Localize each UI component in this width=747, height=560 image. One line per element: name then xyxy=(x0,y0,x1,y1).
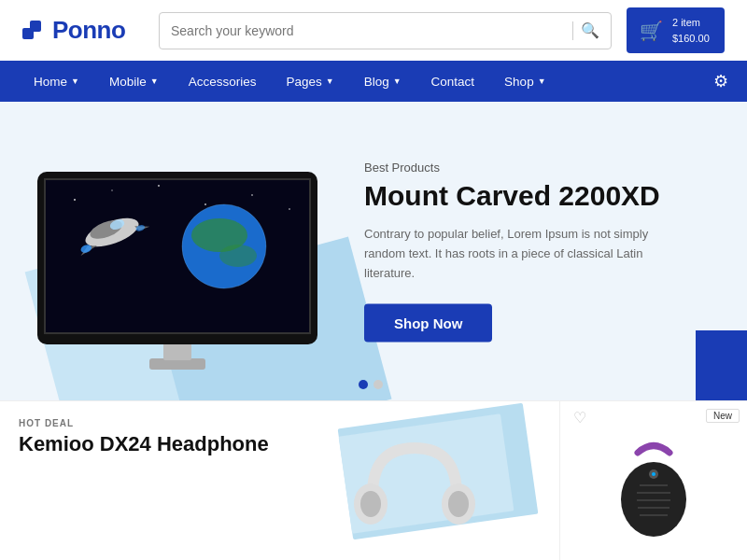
svg-point-17 xyxy=(219,245,257,267)
search-icon[interactable]: 🔍 xyxy=(581,21,599,39)
nav-item-contact[interactable]: Contact xyxy=(416,61,490,102)
chevron-down-icon: ▼ xyxy=(150,77,159,86)
product-hot-deal-label: HOT DEAL xyxy=(19,418,541,428)
hero-subtitle: Best Products xyxy=(364,161,691,175)
products-row: HOT DEAL Kemioo DX24 Headphone New ♡ xyxy=(0,400,747,560)
headphone-image xyxy=(345,429,485,560)
nav-item-blog[interactable]: Blog ▼ xyxy=(349,61,416,102)
nav-item-pages[interactable]: Pages ▼ xyxy=(271,61,348,102)
product-card-right[interactable]: New ♡ xyxy=(560,401,747,560)
svg-point-8 xyxy=(111,189,113,191)
product-heart-icon[interactable]: ♡ xyxy=(573,409,586,427)
nav: Home ▼ Mobile ▼ Accessories Pages ▼ Blog… xyxy=(0,61,747,102)
cart-total: $160.00 xyxy=(672,31,710,47)
svg-point-7 xyxy=(74,199,76,201)
logo-text: Ponno xyxy=(52,16,125,45)
svg-point-9 xyxy=(204,203,206,205)
logo-icon xyxy=(22,21,49,41)
hero-content: Best Products Mount Carved 2200XD Contra… xyxy=(364,161,691,343)
svg-point-28 xyxy=(360,491,381,517)
svg-point-38 xyxy=(652,472,655,476)
hero-product-image xyxy=(19,153,336,396)
svg-point-13 xyxy=(158,185,160,187)
chevron-down-icon: ▼ xyxy=(393,77,402,86)
cart-button[interactable]: 🛒 2 item $160.00 xyxy=(627,7,725,53)
nav-item-accessories[interactable]: Accessories xyxy=(174,61,272,102)
logo[interactable]: Ponno xyxy=(22,16,144,45)
hero-description: Contrary to popular belief, Lorem Ipsum … xyxy=(364,223,691,283)
cart-info: 2 item $160.00 xyxy=(672,15,710,46)
svg-rect-1 xyxy=(30,21,41,32)
dot-2[interactable] xyxy=(374,380,383,389)
search-input[interactable] xyxy=(171,23,565,38)
product-right-image xyxy=(573,429,734,551)
hero-title: Mount Carved 2200XD xyxy=(364,180,691,213)
product-card-left[interactable]: HOT DEAL Kemioo DX24 Headphone xyxy=(0,401,560,560)
svg-rect-6 xyxy=(45,179,310,333)
hero-corner-shape xyxy=(696,330,747,400)
chevron-down-icon: ▼ xyxy=(71,77,79,86)
settings-icon[interactable]: ⚙ xyxy=(713,71,728,91)
hero-dots xyxy=(359,380,383,389)
product-new-badge: New xyxy=(706,409,740,423)
dot-1[interactable] xyxy=(359,380,368,389)
cart-icon: 🛒 xyxy=(640,20,663,42)
hero-section: Best Products Mount Carved 2200XD Contra… xyxy=(0,102,747,400)
svg-point-10 xyxy=(251,194,253,196)
nav-item-home[interactable]: Home ▼ xyxy=(19,61,94,102)
svg-point-11 xyxy=(289,208,290,210)
search-bar: 🔍 xyxy=(159,12,612,49)
shop-now-button[interactable]: Shop Now xyxy=(364,303,492,342)
nav-items: Home ▼ Mobile ▼ Accessories Pages ▼ Blog… xyxy=(19,61,713,102)
svg-point-30 xyxy=(448,491,469,517)
nav-item-mobile[interactable]: Mobile ▼ xyxy=(94,61,174,102)
chevron-down-icon: ▼ xyxy=(326,77,334,86)
chevron-down-icon: ▼ xyxy=(538,77,546,86)
nav-item-shop[interactable]: Shop ▼ xyxy=(489,61,560,102)
header: Ponno 🔍 🛒 2 item $160.00 xyxy=(0,0,747,61)
cart-items-count: 2 item xyxy=(672,15,710,31)
